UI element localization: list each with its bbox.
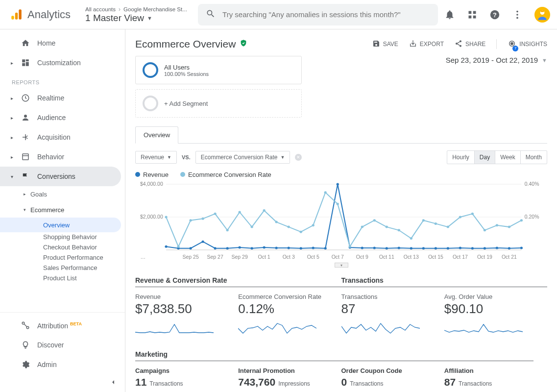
mk-label: Internal Promotion (238, 367, 332, 374)
nav-attribution[interactable]: AttributionBETA (0, 316, 125, 335)
svg-point-53 (201, 241, 204, 243)
search-bar[interactable] (198, 4, 438, 25)
nav-shopping-behavior[interactable]: Shopping Behavior (0, 232, 125, 243)
svg-point-64 (337, 183, 339, 186)
svg-point-50 (165, 245, 167, 248)
sparkline (341, 319, 420, 335)
tab-bar: Overview (135, 126, 547, 144)
collapse-sidebar-button[interactable] (0, 374, 125, 388)
svg-rect-20 (23, 154, 28, 160)
svg-text:Oct 21: Oct 21 (502, 254, 517, 260)
nav-admin[interactable]: Admin (0, 355, 125, 374)
view-selector[interactable]: All accounts › Google Merchandise St... … (85, 6, 193, 24)
nav-ecommerce[interactable]: ▾Ecommerce (0, 202, 125, 218)
dd-label: Revenue (141, 154, 164, 161)
dashboard-icon (21, 58, 30, 67)
svg-point-57 (251, 247, 253, 249)
kpi-label: Ecommerce Conversion Rate (238, 293, 332, 300)
svg-text:?: ? (493, 11, 497, 18)
legend-dot-icon (135, 172, 140, 177)
granularity-week[interactable]: Week (495, 151, 520, 164)
svg-point-93 (324, 191, 327, 194)
metric-primary-dropdown[interactable]: Revenue▼ (135, 151, 177, 164)
mk-value: 87 (444, 376, 456, 388)
apps-icon[interactable] (467, 9, 478, 20)
svg-point-77 (496, 246, 498, 249)
svg-point-99 (398, 229, 400, 231)
kpi-ecr: Ecommerce Conversion Rate 0.12% (238, 293, 341, 337)
nav-sales-performance[interactable]: Sales Performance (0, 263, 125, 273)
nav-conversions[interactable]: ▾Conversions (0, 167, 121, 186)
svg-point-56 (239, 246, 241, 248)
svg-text:Oct 5: Oct 5 (307, 254, 319, 260)
mk-value: 0 (341, 376, 347, 388)
svg-point-67 (373, 246, 376, 249)
insights-button[interactable]: 7 INSIGHTS (508, 39, 547, 49)
nav-home[interactable]: Home (0, 33, 125, 53)
date-range-text: Sep 23, 2019 - Oct 22, 2019 (446, 56, 538, 64)
behavior-icon (21, 152, 30, 161)
main-chart[interactable]: $2,000.00$4,000.000.20%0.40%Sep 25Sep 27… (135, 180, 547, 264)
svg-point-27 (511, 42, 513, 45)
nav-label: Behavior (37, 153, 64, 161)
account-avatar[interactable] (534, 7, 550, 23)
nav-audience[interactable]: ▸Audience (0, 108, 125, 127)
nav-product-performance[interactable]: Product Performance (0, 253, 125, 263)
more-vert-icon[interactable] (512, 9, 523, 20)
help-icon[interactable]: ? (489, 9, 500, 20)
nav-label: Acquisition (37, 133, 71, 141)
chevron-right-icon: › (119, 6, 121, 13)
nav-label: Product List (43, 274, 77, 283)
svg-rect-0 (11, 16, 14, 20)
acquisition-icon (21, 133, 30, 142)
nav-acquisition[interactable]: ▸Acquisition (0, 127, 125, 147)
mk-unit: Transactions (350, 380, 383, 387)
remove-secondary-metric-button[interactable]: ✕ (295, 154, 302, 161)
action-label: EXPORT (420, 41, 444, 48)
nav-customization[interactable]: ▸Customization (0, 53, 125, 73)
share-button[interactable]: SHARE (455, 40, 485, 49)
clock-icon (21, 94, 30, 102)
granularity-day[interactable]: Day (474, 151, 495, 164)
svg-point-97 (373, 219, 376, 221)
action-label: INSIGHTS (519, 41, 547, 48)
nav-label: Discover (37, 341, 64, 349)
svg-rect-2 (19, 9, 21, 20)
notifications-icon[interactable] (444, 9, 455, 20)
nav-ecommerce-overview[interactable]: Overview (0, 218, 121, 232)
metric-secondary-dropdown[interactable]: Ecommerce Conversion Rate▼ (195, 151, 291, 164)
tab-overview[interactable]: Overview (135, 126, 178, 144)
nav-label: Home (37, 39, 55, 47)
save-button[interactable]: SAVE (372, 40, 398, 49)
mk-unit: Impressions (278, 380, 310, 387)
granularity-month[interactable]: Month (520, 151, 547, 164)
nav-discover[interactable]: Discover (0, 335, 125, 355)
svg-point-105 (471, 213, 474, 215)
svg-point-85 (226, 229, 229, 231)
chart-drag-handle-icon[interactable]: ▾ (335, 263, 348, 268)
caret-down-icon: ▼ (167, 155, 171, 160)
nav-checkout-behavior[interactable]: Checkout Behavior (0, 243, 125, 253)
search-input[interactable] (222, 10, 430, 19)
granularity-hourly[interactable]: Hourly (447, 151, 474, 164)
add-segment-button[interactable]: + Add Segment (135, 89, 302, 118)
export-button[interactable]: EXPORT (409, 40, 444, 49)
svg-point-102 (435, 222, 437, 225)
nav-behavior[interactable]: ▸Behavior (0, 147, 125, 167)
nav-realtime[interactable]: ▸Realtime (0, 88, 125, 108)
chart-legend: Revenue Ecommerce Conversion Rate (135, 171, 547, 178)
gear-icon (21, 360, 30, 369)
nav-label: Customization (37, 59, 81, 67)
marketing-order-coupon: Order Coupon Code 0Transactions $0.00Rev… (341, 367, 444, 392)
nav-goals[interactable]: ▸Goals (0, 186, 125, 202)
mk-value: $431.75 (135, 390, 172, 392)
left-nav: Home ▸Customization REPORTS ▸Realtime ▸A… (0, 29, 125, 392)
person-icon (21, 113, 30, 122)
kpi-aov: Avg. Order Value $90.10 (444, 293, 547, 337)
svg-rect-16 (26, 62, 29, 66)
action-label: SHARE (465, 41, 485, 48)
date-range-picker[interactable]: Sep 23, 2019 - Oct 22, 2019 ▼ (446, 56, 547, 64)
segment-all-users[interactable]: All Users 100.00% Sessions (135, 56, 302, 84)
svg-point-101 (422, 219, 425, 221)
nav-product-list[interactable]: Product List (0, 273, 125, 287)
